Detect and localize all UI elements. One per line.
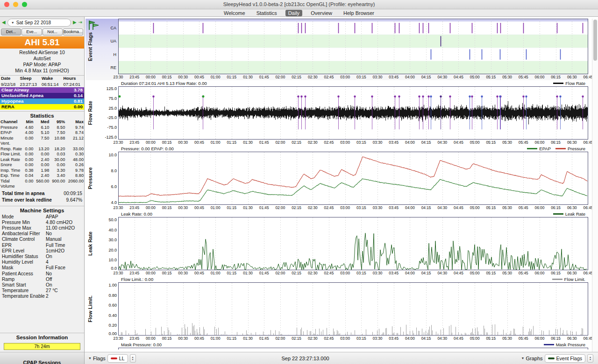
legend-line-icon bbox=[553, 83, 563, 84]
tab-welcome[interactable]: Welcome bbox=[221, 10, 248, 16]
flags-dropdown-label[interactable]: Flags bbox=[93, 356, 106, 361]
tab-daily[interactable]: Daily bbox=[285, 10, 302, 16]
x-tick-label: 03:00 bbox=[340, 205, 350, 210]
flow-rate-chart[interactable] bbox=[118, 86, 588, 140]
x-tick-label: 04:45 bbox=[454, 271, 463, 275]
event-row-label-re: RE bbox=[110, 65, 116, 70]
x-tick-label: 01:45 bbox=[259, 271, 269, 275]
x-tick-label: 00:00 bbox=[146, 271, 156, 275]
session-duration-badge: 7h 24m bbox=[4, 343, 80, 350]
caret-down-icon: ▼ bbox=[11, 21, 14, 24]
x-tick-label: 04:30 bbox=[437, 271, 447, 275]
tab-help-browser[interactable]: Help Browser bbox=[341, 10, 377, 16]
x-tick-label: 02:30 bbox=[308, 336, 318, 341]
cpap-sessions-header[interactable]: CPAP Sessions bbox=[0, 352, 84, 364]
x-tick-label: 04:30 bbox=[437, 75, 447, 79]
y-tick-label: -75.0 bbox=[107, 125, 117, 130]
x-tick-label: 06:15 bbox=[551, 271, 561, 275]
leak-rate-chart[interactable] bbox=[118, 217, 588, 270]
x-tick-label: 03:30 bbox=[373, 336, 383, 341]
titlebar: SleepyHead v1.0.0-beta-2 [cb213cc OpenGL… bbox=[0, 0, 598, 9]
session-info-title: Session Information bbox=[0, 333, 84, 341]
prev-day-button[interactable]: ◀ bbox=[2, 20, 6, 25]
last-day-button[interactable]: ⇥ bbox=[78, 20, 82, 25]
setting-row: ModeAPAP bbox=[0, 214, 84, 220]
flow-rate-axis-label: Flow Rate bbox=[87, 101, 93, 125]
scrollbar-thumb[interactable] bbox=[593, 20, 597, 61]
x-tick-label: 02:15 bbox=[292, 336, 301, 341]
x-tick-label: 01:15 bbox=[227, 140, 236, 145]
x-tick-label: 02:30 bbox=[308, 75, 318, 79]
flags-dropdown-caret[interactable]: ▼ bbox=[88, 357, 92, 360]
x-tick-label: 00:45 bbox=[194, 75, 204, 79]
x-tick-label: 04:45 bbox=[454, 205, 463, 210]
x-tick-label: 05:30 bbox=[502, 271, 512, 275]
x-tick-label: 06:00 bbox=[535, 336, 545, 341]
flags-combo[interactable]: LL bbox=[107, 354, 128, 363]
sidebar-tab-2[interactable]: Not... bbox=[43, 28, 63, 35]
x-tick-label: 01:15 bbox=[227, 75, 236, 79]
sidebar-tab-0[interactable]: Det... bbox=[1, 28, 21, 35]
graphs-dropdown-caret[interactable]: ▼ bbox=[521, 357, 525, 360]
sidebar-tab-1[interactable]: Eve... bbox=[21, 28, 42, 35]
pressure-panel: Pressure: 0.00 EPAP: 0.00 EPAPPressure P… bbox=[85, 146, 588, 211]
event-flags-chart[interactable] bbox=[118, 19, 588, 74]
x-tick-label: 05:15 bbox=[486, 336, 496, 341]
x-tick-label: 00:45 bbox=[194, 140, 204, 145]
mask-pressure-chart[interactable] bbox=[118, 348, 588, 350]
sidebar-tab-3[interactable]: Bookma... bbox=[63, 28, 83, 35]
setting-row: Humidity Level4 bbox=[0, 259, 84, 265]
x-tick-label: 02:00 bbox=[276, 75, 285, 79]
graphs-scrollbar[interactable] bbox=[592, 19, 598, 352]
legend-line-icon bbox=[553, 213, 563, 215]
x-tick-label: 00:15 bbox=[162, 336, 172, 341]
setting-row: MaskFull Face bbox=[0, 265, 84, 271]
flow-limit-axis-label: Flow Limit. bbox=[87, 295, 93, 322]
graphs-combo[interactable]: Event Flags bbox=[545, 354, 585, 363]
x-tick-label: 06:15 bbox=[551, 336, 561, 341]
minimize-button[interactable] bbox=[13, 2, 18, 7]
x-tick-label: 05:45 bbox=[519, 271, 528, 275]
tab-overview[interactable]: Overview bbox=[308, 10, 335, 16]
x-tick-label: 23:30 bbox=[114, 140, 123, 145]
leak-rate-panel: Leak Rate: 0.00 Leak Rate Leak Rate 50.0… bbox=[85, 211, 588, 276]
x-tick-label: 01:15 bbox=[227, 336, 236, 341]
table-row: Resp. Rate0.0013.2018.2033.00 bbox=[0, 147, 84, 152]
flow-limit-chart[interactable] bbox=[118, 282, 588, 336]
tab-statistics[interactable]: Statistics bbox=[254, 10, 280, 16]
next-day-button[interactable]: ▶ bbox=[73, 20, 77, 25]
legend-item: Pressure bbox=[555, 146, 585, 151]
x-tick-label: 01:30 bbox=[243, 75, 253, 79]
current-time-label: Sep 22 23:27:13.000 bbox=[281, 356, 329, 361]
flags-stepper[interactable]: ▲▼ bbox=[130, 354, 136, 363]
legend-line-icon bbox=[544, 344, 554, 345]
x-tick-label: 05:30 bbox=[502, 75, 512, 79]
event-summary-rows: Clear Airway3.78Unclassified Apnea0.14Hy… bbox=[0, 87, 84, 110]
x-tick-label: 05:45 bbox=[519, 205, 528, 210]
x-tick-label: 03:00 bbox=[340, 140, 350, 145]
x-tick-label: 02:30 bbox=[308, 140, 318, 145]
x-tick-label: 01:00 bbox=[211, 140, 221, 145]
date-picker[interactable]: ▼ Sat Sep 22 2018 bbox=[7, 19, 71, 27]
setting-row: Pressure Min4.80 cmH2O bbox=[0, 220, 84, 225]
setting-row: EPRFull Time bbox=[0, 243, 84, 248]
x-tick-label: 00:30 bbox=[178, 140, 188, 145]
graphs-dropdown-label[interactable]: Graphs bbox=[526, 356, 542, 361]
x-tick-label: 02:45 bbox=[324, 75, 334, 79]
zoom-button[interactable] bbox=[22, 2, 27, 7]
legend-line-icon bbox=[555, 148, 566, 149]
graphs-stepper[interactable]: ▲▼ bbox=[587, 354, 593, 363]
x-tick-label: 03:30 bbox=[373, 75, 383, 79]
pressure-legend: EPAPPressure bbox=[527, 146, 585, 151]
pressure-chart[interactable] bbox=[118, 152, 588, 205]
x-tick-label: 01:30 bbox=[243, 271, 253, 275]
x-tick-label: 05:15 bbox=[486, 140, 496, 145]
x-tick-label: 05:00 bbox=[470, 271, 480, 275]
sidebar: ◀ ▼ Sat Sep 22 2018 ▶ ⇥ Det...Eve...Not.… bbox=[0, 17, 85, 364]
x-tick-label: 00:15 bbox=[162, 271, 172, 275]
table-row: Snore0.000.000.000.26 bbox=[0, 162, 84, 168]
x-tick-label: 02:45 bbox=[324, 271, 334, 275]
close-button[interactable] bbox=[4, 2, 9, 7]
x-tick-label: 06:00 bbox=[535, 140, 545, 145]
x-tick-label: 01:45 bbox=[259, 205, 269, 210]
